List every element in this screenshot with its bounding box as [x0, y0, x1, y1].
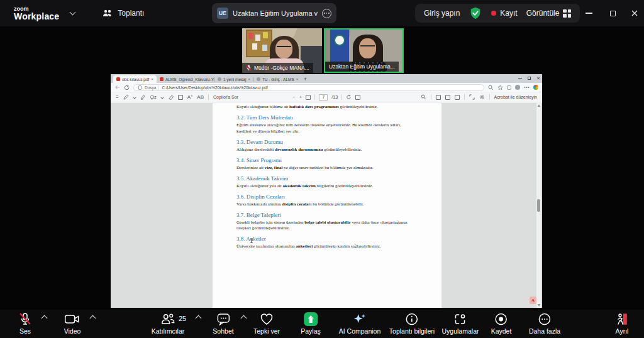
zoom-out-icon[interactable]: − — [292, 95, 296, 100]
address-bar[interactable]: Dosya C:/Users/User/Desktop/obs%20kılavu… — [133, 84, 484, 91]
chat-button[interactable]: Sohbet — [213, 312, 233, 335]
favorite-star-icon[interactable] — [497, 85, 503, 90]
print-icon[interactable] — [436, 95, 441, 100]
browser-action-icons — [488, 85, 538, 90]
edge-essentials-icon[interactable] — [533, 85, 538, 90]
address-scheme: Dosya — [145, 85, 159, 90]
pdf-scrollbar[interactable] — [536, 103, 541, 308]
draw-dropdown-icon[interactable] — [160, 95, 164, 99]
browser-tab-tu-giris-alms[interactable]: TU - Giriş - ALMS × — [253, 75, 301, 83]
participant-name-bar: Uzaktan Eğitim Uygulama... — [325, 62, 399, 72]
meeting-options-icon[interactable] — [322, 9, 331, 18]
new-tab-button[interactable]: + — [301, 75, 309, 83]
zoom-in-icon[interactable]: + — [299, 95, 303, 100]
reactions-label: Tepki ver — [253, 327, 280, 335]
chat-options-chevron[interactable] — [241, 315, 247, 322]
share-screen-button[interactable]: Paylaş — [301, 312, 321, 335]
tab-title: ALMS_Ogrenci_Klavuzu-Yenipdf — [165, 77, 214, 82]
pdf-document-area[interactable]: Kayıtlı olduğunuz bölüme ait haftalık de… — [111, 103, 542, 308]
browser-tab-alms-klavuz[interactable]: ALMS_Ogrenci_Klavuzu-Yenipdf × — [157, 75, 214, 83]
meeting-info-button[interactable]: Toplantı bilgileri — [389, 312, 435, 335]
pdf-toolbar-left: ≡ Çiz A° AB — [116, 94, 238, 100]
doc-paragraph: Varsa hakkınızda alınmış disiplin cezala… — [236, 202, 409, 208]
browser-menu-icon[interactable] — [524, 86, 530, 89]
muted-mic-icon — [246, 65, 252, 71]
restore-button[interactable] — [601, 0, 625, 26]
pen-icon[interactable] — [123, 94, 129, 100]
web-favicon — [257, 77, 260, 81]
view-label: Görüntüle — [526, 9, 560, 18]
doc-paragraph: Gerekli belgeler için sistem üzerinden b… — [236, 220, 409, 232]
video-options-chevron[interactable] — [90, 315, 96, 322]
pdf-favicon — [116, 77, 120, 81]
more-button[interactable]: Daha fazla — [529, 312, 560, 335]
ai-companion-button[interactable]: AI Companion — [339, 312, 381, 335]
scrollbar-thumb[interactable] — [537, 199, 540, 212]
extensions-icon[interactable] — [507, 85, 511, 90]
share-icon — [304, 312, 318, 326]
settings-gear-icon[interactable] — [479, 94, 485, 100]
acrobat-extension-badge[interactable]: A — [530, 297, 536, 304]
read-aloud-icon[interactable]: A° — [187, 95, 193, 100]
nav-meeting-tab[interactable]: Toplantı — [103, 9, 144, 18]
toc-icon[interactable]: ≡ — [116, 95, 119, 100]
save-as-icon[interactable] — [455, 95, 460, 100]
audio-options-chevron[interactable] — [42, 315, 48, 322]
doc-heading: 3.4. Sınav Programı — [236, 158, 409, 164]
save-icon[interactable] — [445, 95, 450, 100]
fit-width-icon[interactable] — [306, 95, 311, 100]
apps-button[interactable]: Uygulamalar — [442, 312, 479, 335]
zoom-page-icon[interactable] — [488, 85, 494, 90]
rotate-icon[interactable] — [346, 94, 352, 100]
browser-tab-obs-kilavuz[interactable]: obs kılavuz.pdf × — [113, 75, 157, 83]
security-shield-icon[interactable] — [469, 6, 482, 20]
acrobat-edit-button[interactable]: Acrobat ile düzenleyin — [494, 95, 538, 99]
ai-companion-label: AI Companion — [339, 327, 381, 335]
record-button[interactable]: Kaydet — [491, 312, 512, 335]
page-view-icon[interactable] — [355, 95, 360, 100]
back-icon[interactable] — [114, 85, 120, 90]
file-icon — [138, 85, 142, 90]
pen-dropdown-icon[interactable] — [133, 95, 136, 99]
browser-minimize-icon[interactable] — [518, 78, 522, 79]
apps-icon — [454, 313, 467, 325]
tab-close-icon[interactable]: × — [296, 77, 299, 81]
pdf-favicon — [160, 77, 164, 81]
participant-video-uzaktan-egitim[interactable]: Uzaktan Eğitim Uygulama... — [324, 28, 404, 73]
university-logo — [334, 35, 345, 46]
scroll-down-icon[interactable] — [538, 304, 540, 307]
refresh-icon[interactable] — [124, 85, 130, 90]
chat-label: Sohbet — [213, 327, 233, 335]
fullscreen-icon[interactable] — [469, 94, 475, 100]
search-icon[interactable] — [421, 94, 426, 100]
sign-in-button[interactable]: Giriş yapın — [424, 9, 460, 18]
close-button[interactable] — [625, 0, 644, 26]
text-note-icon[interactable] — [178, 95, 183, 100]
view-button[interactable]: Görüntüle — [526, 9, 572, 18]
meeting-title-tab[interactable]: UE Uzaktan Eğitim Uygulama ve Araş — [212, 3, 336, 23]
participant-video-mudur[interactable]: Müdür -Gökçe MANA... — [242, 28, 322, 73]
mute-button[interactable]: Ses — [19, 312, 31, 335]
browser-restore-icon[interactable] — [528, 77, 531, 80]
browser-close-icon[interactable]: ✕ — [536, 76, 540, 80]
browser-tab-yeni-mesaj[interactable]: 1 yeni mesaj × — [214, 75, 253, 83]
minimize-button[interactable] — [577, 0, 601, 26]
tab-close-icon[interactable]: × — [248, 77, 250, 81]
reactions-button[interactable]: Tepki ver — [253, 312, 280, 335]
tab-close-icon[interactable]: × — [151, 77, 153, 81]
gallery-view-icon — [563, 9, 571, 18]
brand-workplace: Workplace — [14, 12, 59, 21]
page-number-input[interactable]: 7 — [319, 94, 328, 101]
participants-options-chevron[interactable] — [196, 315, 202, 322]
profile-avatar-icon[interactable] — [515, 85, 520, 90]
nav-meeting-label: Toplantı — [118, 9, 144, 18]
eraser-icon[interactable] — [168, 94, 174, 100]
translate-icon[interactable]: AB — [197, 95, 204, 100]
video-button[interactable]: Video — [64, 312, 81, 335]
chevron-down-icon[interactable] — [70, 9, 76, 15]
copilot-button[interactable]: Copilot'a Sor — [213, 95, 238, 99]
scroll-up-icon[interactable] — [538, 104, 540, 107]
draw-label[interactable]: Çiz — [150, 95, 157, 99]
leave-button[interactable]: Ayrıl — [615, 312, 629, 335]
highlighter-icon[interactable] — [140, 94, 146, 100]
